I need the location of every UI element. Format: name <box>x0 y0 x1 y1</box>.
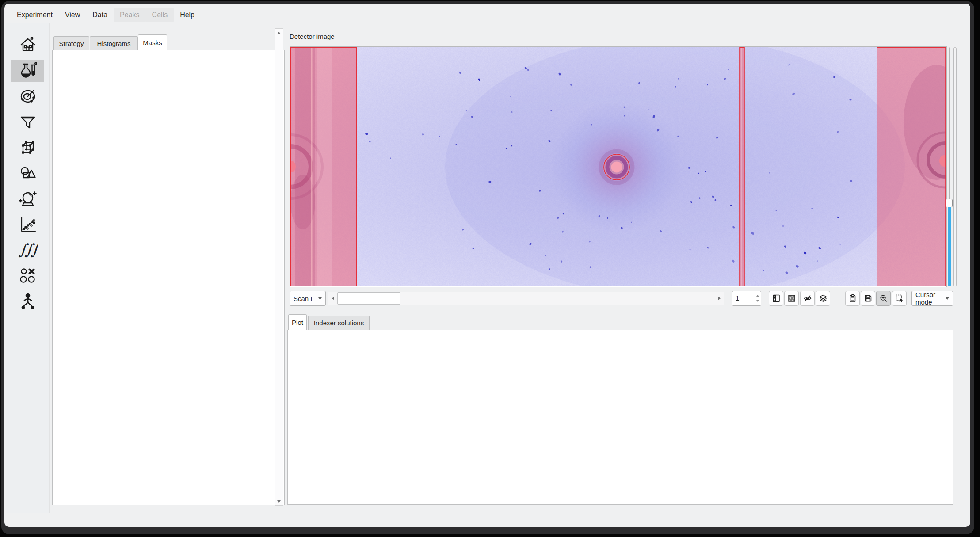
tab-strategy[interactable]: Strategy <box>53 36 89 50</box>
menu-cells: Cells <box>146 8 174 22</box>
detector-image-title: Detector image <box>290 33 335 40</box>
layers-icon <box>819 294 827 303</box>
chevron-down-icon <box>946 297 949 300</box>
status-bar: Ready <box>4 513 970 527</box>
tab-plot[interactable]: Plot <box>288 314 307 330</box>
scan-selector-value: Scan I <box>294 295 313 302</box>
svg-text:∫∫∫: ∫∫∫ <box>18 240 38 258</box>
save-icon <box>864 294 873 303</box>
sidebar-item-index[interactable] <box>11 137 44 159</box>
menu-view[interactable]: View <box>59 8 86 22</box>
spin-up-icon[interactable] <box>756 295 759 297</box>
logbook-icon <box>772 294 781 303</box>
scroll-down-icon[interactable] <box>275 497 283 505</box>
cursor-mode-selector[interactable]: Cursor mode <box>911 291 953 306</box>
refine-icon <box>18 215 38 234</box>
intensity-slider-thumb[interactable] <box>946 199 953 207</box>
menu-data[interactable]: Data <box>86 8 114 22</box>
tab-masks[interactable]: Masks <box>138 34 167 50</box>
scroll-left-icon[interactable] <box>328 292 337 305</box>
sidebar-item-experiment[interactable] <box>11 60 44 82</box>
window-content: Experiment View Data Peaks Cells Help <box>4 4 970 527</box>
sidebar-item-filter-peaks[interactable] <box>11 111 44 133</box>
sidebar-item-shapes[interactable] <box>11 162 44 184</box>
frame-scrollbar[interactable] <box>328 292 724 305</box>
zoom-icon <box>879 294 888 303</box>
menu-help[interactable]: Help <box>174 8 201 22</box>
integrate-icon: ∫∫∫ <box>18 240 38 260</box>
menu-experiment[interactable]: Experiment <box>11 8 59 22</box>
detector-image-frame <box>290 46 947 287</box>
sidebar-item-find-peaks[interactable] <box>11 85 44 107</box>
scroll-right-icon[interactable] <box>715 292 724 305</box>
frame-scrollbar-thumb[interactable] <box>337 292 400 305</box>
masks-tab-pane <box>52 50 285 505</box>
app-window: Experiment View Data Peaks Cells Help <box>1 1 974 534</box>
find-peaks-icon <box>18 87 38 106</box>
beam-center-mask[interactable] <box>601 151 633 183</box>
save-button[interactable] <box>861 291 875 306</box>
predict-icon <box>18 189 38 209</box>
rect-select-icon <box>895 294 904 303</box>
rect-select-button[interactable] <box>892 291 907 306</box>
sidebar-item-merge[interactable] <box>11 290 44 312</box>
zoom-button[interactable] <box>876 291 891 306</box>
plot-pane <box>287 330 953 505</box>
clipboard-button[interactable] <box>845 291 860 306</box>
reject-icon <box>18 266 38 286</box>
detector-image-icon <box>787 294 796 303</box>
mask-overlay-right[interactable] <box>877 48 946 286</box>
logbook-button[interactable] <box>769 291 783 306</box>
intensity-slider-fill <box>948 203 951 286</box>
frame-spinner[interactable]: 1 <box>732 291 761 306</box>
cursor-mode-value: Cursor mode <box>915 291 946 306</box>
detector-image[interactable] <box>290 47 946 286</box>
sidebar-item-home[interactable] <box>11 34 44 56</box>
menu-peaks: Peaks <box>114 8 145 22</box>
sidebar-item-predict[interactable] <box>11 188 44 210</box>
clipboard-icon <box>848 294 857 303</box>
layers-button[interactable] <box>816 291 830 306</box>
hide-peaks-icon <box>803 294 812 303</box>
filter-peaks-icon <box>18 112 38 132</box>
secondary-slider-groove[interactable] <box>953 47 957 286</box>
tab-indexer-solutions[interactable]: Indexer solutions <box>308 316 370 330</box>
merge-icon <box>18 292 38 311</box>
icon-sidebar: ∫∫∫ <box>6 23 50 513</box>
sidebar-item-integrate[interactable]: ∫∫∫ <box>11 239 44 261</box>
sidebar-item-refine[interactable] <box>11 213 44 236</box>
spin-down-icon[interactable] <box>756 300 759 302</box>
intensity-slider-track[interactable] <box>949 47 950 202</box>
scroll-up-icon[interactable] <box>275 29 283 37</box>
frame-spinner-value: 1 <box>732 291 754 305</box>
scan-selector[interactable]: Scan I <box>290 291 326 306</box>
shapes-icon <box>18 164 38 183</box>
experiment-icon <box>18 61 38 80</box>
home-icon <box>18 35 38 55</box>
index-icon <box>18 138 38 157</box>
tab-histograms[interactable]: Histograms <box>90 36 138 50</box>
left-panel-scrollbar[interactable] <box>275 28 283 506</box>
menu-bar: Experiment View Data Peaks Cells Help <box>4 7 970 23</box>
sidebar-item-reject[interactable] <box>11 265 44 287</box>
chevron-down-icon <box>318 297 322 300</box>
hide-peaks-button[interactable] <box>800 291 815 306</box>
show-image-button[interactable] <box>784 291 799 306</box>
